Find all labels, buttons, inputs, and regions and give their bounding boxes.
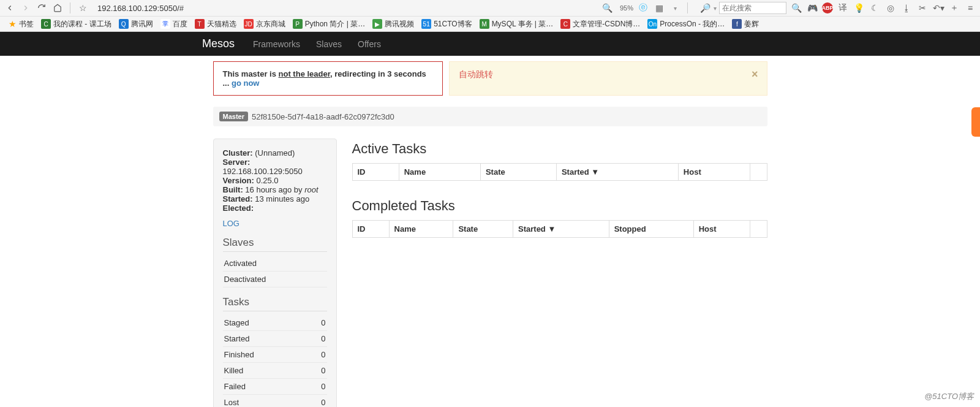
zoom-icon[interactable]: 🔍 xyxy=(601,2,614,14)
ie-icon[interactable]: ⓔ xyxy=(637,2,649,14)
stat-row: Failed0 xyxy=(223,379,327,395)
col-state[interactable]: State xyxy=(480,164,556,181)
bookmark-bar: ★书签 C我的课程 - 课工场 Q腾讯网 掌百度 T天猫精选 JD京东商城 PP… xyxy=(0,17,980,32)
alert-redirect: 自动跳转 × xyxy=(449,61,767,96)
nav-offers[interactable]: Offers xyxy=(358,39,381,49)
sidebar: Cluster: (Unnamed) Server: 192.168.100.1… xyxy=(213,139,337,407)
zoom-level: 95% xyxy=(620,4,633,12)
col-name[interactable]: Name xyxy=(389,221,453,238)
col-actions xyxy=(750,164,767,181)
col-state[interactable]: State xyxy=(453,221,513,238)
favicon: P xyxy=(293,19,303,29)
favicon: C xyxy=(560,19,570,29)
menu-icon[interactable]: ≡ xyxy=(964,2,976,14)
side-feedback-tab[interactable] xyxy=(971,107,980,137)
bookmark-item[interactable]: C我的课程 - 课工场 xyxy=(39,18,114,31)
gamepad-icon[interactable]: 🎮 xyxy=(806,2,818,14)
star-icon: ★ xyxy=(9,19,17,29)
favicon: M xyxy=(480,19,489,29)
home-button[interactable] xyxy=(51,2,64,14)
favicon: T xyxy=(195,19,205,29)
download-icon[interactable]: ⭳ xyxy=(900,2,913,14)
col-id[interactable]: ID xyxy=(352,164,399,181)
favicon: 掌 xyxy=(160,19,170,29)
bookmark-item[interactable]: f姜辉 xyxy=(729,18,761,31)
mesos-navbar: Mesos Frameworks Slaves Offers xyxy=(0,32,980,56)
forward-button[interactable] xyxy=(20,2,32,14)
nav-slaves[interactable]: Slaves xyxy=(316,39,342,49)
scissors-icon[interactable]: ✂ xyxy=(916,2,929,14)
go-now-link[interactable]: go now xyxy=(232,78,260,88)
favicon: JD xyxy=(244,19,254,29)
nav-frameworks[interactable]: Frameworks xyxy=(253,39,300,49)
bookmark-item[interactable]: JD京东商城 xyxy=(241,18,288,31)
star-icon[interactable]: ☆ xyxy=(77,2,89,14)
stat-row: Killed0 xyxy=(223,363,327,379)
completed-tasks-heading: Completed Tasks xyxy=(352,198,767,214)
back-button[interactable] xyxy=(4,2,16,14)
col-host[interactable]: Host xyxy=(678,164,750,181)
favicon: 51 xyxy=(421,19,431,29)
col-id[interactable]: ID xyxy=(352,221,389,238)
moon-icon[interactable]: ☾ xyxy=(869,2,881,14)
undo-icon[interactable]: ↶▾ xyxy=(932,2,944,14)
stat-row: Deactivated xyxy=(223,272,327,287)
bookmark-item[interactable]: OnProcessOn - 我的… xyxy=(645,18,727,31)
completed-tasks-table: ID Name State Started ▼ Stopped Host xyxy=(352,220,767,238)
stat-row: Activated xyxy=(223,256,327,272)
favicon: On xyxy=(647,19,657,29)
stat-row: Finished0 xyxy=(223,347,327,363)
favicon: Q xyxy=(119,19,129,29)
master-badge: Master xyxy=(219,112,248,121)
weibo-icon[interactable]: ◎ xyxy=(884,2,897,14)
reload-button[interactable] xyxy=(36,2,48,14)
plus-icon[interactable]: ＋ xyxy=(948,2,960,14)
col-actions xyxy=(750,221,767,238)
active-tasks-table: ID Name State Started ▼ Host xyxy=(352,163,767,181)
brand[interactable]: Mesos xyxy=(202,37,235,50)
favicon: C xyxy=(41,19,51,29)
search-icon[interactable]: 🔍 xyxy=(790,2,802,14)
log-link[interactable]: LOG xyxy=(223,219,327,228)
bookmark-item[interactable]: PPython 简介 | 菜… xyxy=(290,18,368,31)
col-name[interactable]: Name xyxy=(399,164,480,181)
qr-icon[interactable]: ▦ xyxy=(653,2,665,14)
stat-row: Staged0 xyxy=(223,315,327,331)
search-provider-icon[interactable]: 🔎 xyxy=(699,2,711,14)
bookmark-item[interactable]: MMySQL 事务 | 菜… xyxy=(477,18,556,31)
bookmark-item[interactable]: C文章管理-CSDN博… xyxy=(558,18,643,31)
col-started[interactable]: Started ▼ xyxy=(556,164,678,181)
favicon: f xyxy=(732,19,742,29)
bookmark-item[interactable]: Q腾讯网 xyxy=(116,18,156,31)
favicon: ▶ xyxy=(372,19,382,29)
main-content: Active Tasks ID Name State Started ▼ Hos… xyxy=(352,139,767,242)
bookmark-item[interactable]: 5151CTO博客 xyxy=(419,18,474,31)
master-id: 52f8150e-5d7f-4a18-aadf-62c0972fc3d0 xyxy=(252,112,394,121)
col-started[interactable]: Started ▼ xyxy=(513,221,609,238)
col-host[interactable]: Host xyxy=(693,221,750,238)
bookmark-item[interactable]: T天猫精选 xyxy=(192,18,239,31)
browser-toolbar: ☆ 192.168.100.129:5050/# 🔍 95% ⓔ ▦ ▾ 🔎 ▾… xyxy=(0,0,980,17)
watermark: @51CTO博客 xyxy=(924,391,974,402)
abp-icon[interactable]: ABP xyxy=(822,2,833,13)
browser-search-input[interactable] xyxy=(719,2,786,14)
tasks-heading: Tasks xyxy=(223,296,327,311)
bookmark-item[interactable]: ★书签 xyxy=(6,18,36,31)
slaves-heading: Slaves xyxy=(223,237,327,252)
close-icon[interactable]: × xyxy=(752,68,758,81)
translate-icon[interactable]: 译 xyxy=(837,2,849,14)
bookmark-item[interactable]: 掌百度 xyxy=(158,18,190,31)
address-bar[interactable]: 192.168.100.129:5050/# xyxy=(97,4,184,13)
bookmark-item[interactable]: ▶腾讯视频 xyxy=(370,18,417,31)
active-tasks-heading: Active Tasks xyxy=(352,141,767,157)
alert-not-leader: This master is not the leader, redirecti… xyxy=(213,61,443,96)
col-stopped[interactable]: Stopped xyxy=(609,221,693,238)
master-info-row: Master 52f8150e-5d7f-4a18-aadf-62c0972fc… xyxy=(213,107,767,126)
dropdown-icon[interactable]: ▾ xyxy=(669,2,681,14)
bulb-icon[interactable]: 💡 xyxy=(853,2,865,14)
stat-row: Started0 xyxy=(223,331,327,347)
stat-row: Lost0 xyxy=(223,395,327,407)
